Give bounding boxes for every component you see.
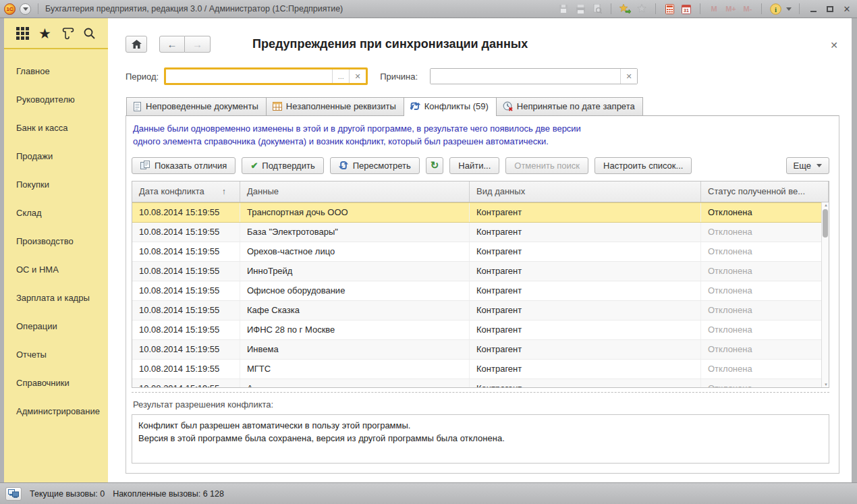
show-differences-button[interactable]: Показать отличия: [132, 157, 236, 174]
main-panel: ✕ ← → Предупреждения при синхронизации д…: [108, 18, 852, 482]
table-row[interactable]: 10.08.2014 15:19:55АКонтрагентОтклонена: [132, 379, 829, 388]
cell-kind: Контрагент: [470, 203, 701, 222]
server-calls-icon[interactable]: [5, 487, 22, 501]
period-clear-button[interactable]: ✕: [349, 69, 366, 83]
table-row[interactable]: 10.08.2014 15:19:55Кафе СказкаКонтрагент…: [132, 301, 829, 320]
statusbar: Текущие вызовы: 0 Накопленные вызовы: 6 …: [0, 482, 857, 504]
memory-recall-button[interactable]: M: [708, 3, 720, 14]
memory-minus-button[interactable]: M-: [742, 3, 754, 14]
cell-date: 10.08.2014 15:19:55: [132, 340, 240, 359]
column-header-date[interactable]: Дата конфликта↑: [132, 181, 240, 202]
chevron-down-icon: [23, 7, 28, 11]
add-to-favorites-icon[interactable]: [619, 3, 631, 14]
print-preview-icon[interactable]: [591, 3, 603, 14]
column-header-status[interactable]: Статус полученной ве...: [701, 181, 829, 202]
cell-date: 10.08.2014 15:19:55: [132, 223, 240, 242]
sidebar-item[interactable]: Склад: [16, 202, 108, 224]
sidebar-item[interactable]: Банк и касса: [16, 117, 108, 139]
reason-label: Причина:: [380, 72, 418, 82]
cell-kind: Контрагент: [470, 223, 701, 242]
reason-clear-button[interactable]: ✕: [620, 69, 637, 84]
reason-input[interactable]: [431, 69, 620, 84]
cell-status: Отклонена: [701, 281, 829, 300]
back-button[interactable]: ←: [159, 36, 185, 53]
sidebar-item[interactable]: Справочники: [16, 372, 108, 394]
memory-plus-button[interactable]: M+: [725, 3, 737, 14]
cell-date: 10.08.2014 15:19:55: [132, 262, 240, 281]
history-icon[interactable]: [60, 26, 75, 40]
calculator-icon[interactable]: [663, 3, 675, 14]
column-header-kind[interactable]: Вид данных: [470, 181, 701, 202]
column-header-data[interactable]: Данные: [240, 181, 470, 202]
close-button[interactable]: ✕: [841, 3, 853, 14]
table-row[interactable]: 10.08.2014 15:19:55Орехов-частное лицоКо…: [132, 242, 829, 262]
conflicts-tab-content: Данные были одновременно изменены в этой…: [126, 115, 839, 474]
table-row[interactable]: 10.08.2014 15:19:55МГТСКонтрагентОтклоне…: [132, 360, 829, 379]
refresh-button[interactable]: ↻: [426, 157, 444, 174]
form-close-button[interactable]: ✕: [830, 40, 838, 51]
forward-button[interactable]: →: [185, 36, 211, 53]
cell-data: Орехов-частное лицо: [240, 242, 470, 261]
table-row[interactable]: 10.08.2014 15:19:55ИнвемаКонтрагентОткло…: [132, 340, 829, 360]
vertical-scrollbar[interactable]: ▲ ▼: [821, 202, 829, 387]
sidebar-item[interactable]: Операции: [16, 315, 108, 337]
tab-unposted-documents[interactable]: Непроведенные документы: [126, 97, 266, 116]
page-title: Предупреждения при синхронизации данных: [252, 37, 528, 51]
table-row[interactable]: 10.08.2014 15:19:55Офисное оборудованиеК…: [132, 281, 829, 301]
period-input[interactable]: [166, 69, 332, 83]
table-row[interactable]: 10.08.2014 15:19:55ИФНС 28 по г МосквеКо…: [132, 320, 829, 340]
scroll-down-icon[interactable]: ▼: [824, 383, 828, 387]
cell-date: 10.08.2014 15:19:55: [132, 379, 240, 388]
cell-status: Отклонена: [701, 320, 829, 339]
accumulated-calls: Накопленные вызовы: 6 128: [113, 489, 224, 499]
sidebar-item[interactable]: Отчеты: [16, 343, 108, 366]
arrow-left-icon: ←: [167, 38, 177, 50]
cell-data: Транспортная дочь ООО: [240, 203, 470, 222]
period-choose-button[interactable]: ...: [332, 69, 349, 83]
sidebar-item[interactable]: Главное: [16, 60, 108, 82]
chevron-down-icon[interactable]: [786, 7, 792, 11]
cell-date: 10.08.2014 15:19:55: [132, 281, 240, 300]
sections-menu-icon[interactable]: [15, 26, 30, 40]
info-icon[interactable]: i: [769, 3, 781, 14]
sidebar-item[interactable]: ОС и НМА: [16, 258, 108, 281]
print-icon[interactable]: [574, 3, 586, 14]
sidebar-item[interactable]: Продажи: [16, 145, 108, 167]
find-button[interactable]: Найти...: [449, 157, 499, 174]
more-button[interactable]: Еще: [786, 157, 829, 174]
cancel-search-button[interactable]: Отменить поиск: [505, 157, 588, 174]
sidebar-item[interactable]: Производство: [16, 230, 108, 252]
configure-list-button[interactable]: Настроить список...: [595, 157, 692, 174]
save-icon[interactable]: [557, 3, 570, 14]
table-row[interactable]: 10.08.2014 15:19:55Транспортная дочь ООО…: [132, 202, 829, 223]
table-row[interactable]: 10.08.2014 15:19:55База "Электротовары"К…: [132, 223, 829, 242]
divider: [655, 3, 656, 14]
table-row[interactable]: 10.08.2014 15:19:55ИнноТрейдКонтрагентОт…: [132, 262, 829, 281]
grid-icon: [16, 27, 29, 40]
divider: [132, 392, 829, 393]
sidebar-item[interactable]: Администрирование: [16, 400, 108, 422]
cell-date: 10.08.2014 15:19:55: [132, 320, 240, 339]
minimize-button[interactable]: [807, 3, 819, 14]
sidebar-item[interactable]: Зарплата и кадры: [16, 287, 108, 309]
search-icon[interactable]: [82, 26, 97, 40]
toolbar: Показать отличия ✔ Подтвердить Пересмотр…: [132, 157, 829, 174]
refresh-icon: ↻: [431, 159, 439, 171]
main-menu-button[interactable]: [20, 3, 31, 15]
tab-conflicts[interactable]: Конфликты (59): [404, 97, 496, 116]
tab-rejected-by-date[interactable]: Непринятые по дате запрета: [496, 97, 643, 116]
clock-denied-icon: [503, 101, 513, 111]
maximize-button[interactable]: [824, 3, 836, 14]
tab-unfilled-attributes[interactable]: Незаполненные реквизиты: [266, 97, 404, 116]
scroll-up-icon[interactable]: ▲: [824, 203, 828, 207]
home-button[interactable]: [126, 36, 147, 53]
favorites-icon[interactable]: [636, 3, 648, 14]
calendar-icon[interactable]: 31: [680, 3, 692, 14]
sidebar-item[interactable]: Покупки: [16, 173, 108, 196]
sidebar-item[interactable]: Руководителю: [16, 88, 108, 111]
confirm-button[interactable]: ✔ Подтвердить: [242, 157, 323, 174]
favorites-star-icon[interactable]: ★: [37, 26, 52, 40]
scrollbar-thumb[interactable]: [823, 209, 828, 237]
cell-status: Отклонена: [701, 379, 829, 388]
review-button[interactable]: Пересмотреть: [330, 157, 420, 174]
